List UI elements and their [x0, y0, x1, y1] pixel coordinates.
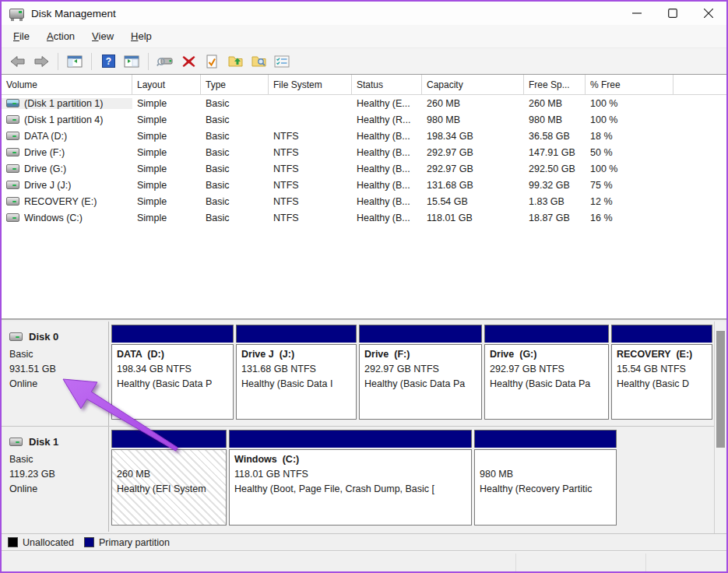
- column-header[interactable]: Volume: [2, 75, 132, 94]
- disk-info[interactable]: Disk 1 Basic 119.23 GB Online: [2, 427, 109, 532]
- rescan-disks-button[interactable]: [155, 52, 175, 71]
- minimize-button[interactable]: [619, 2, 655, 25]
- close-button[interactable]: [691, 2, 726, 25]
- volume-icon: [6, 148, 19, 156]
- partition-block[interactable]: Drive J (J:) 131.68 GB NTFS Healthy (Bas…: [236, 325, 357, 420]
- partition-block[interactable]: 260 MB Healthy (EFI System: [111, 430, 227, 526]
- scrollbar-thumb[interactable]: [716, 331, 725, 448]
- volume-row[interactable]: DATA (D:) Simple Basic NTFS Healthy (B..…: [2, 128, 726, 144]
- partition-color-bar: [111, 325, 234, 343]
- disk-info[interactable]: Disk 0 Basic 931.51 GB Online: [2, 322, 109, 426]
- volume-row[interactable]: (Disk 1 partition 4) Simple Basic Health…: [2, 111, 726, 128]
- graphical-view-pane: Disk 0 Basic 931.51 GB Online DATA (D:) …: [2, 322, 726, 533]
- volume-row[interactable]: RECOVERY (E:) Simple Basic NTFS Healthy …: [2, 193, 726, 209]
- status-bar-separator: [645, 554, 646, 571]
- disk-management-window: Disk Management File Action View Help: [0, 0, 728, 573]
- partition-color-bar: [229, 430, 472, 448]
- partition-title: [117, 452, 221, 467]
- volume-list-body: (Disk 1 partition 1) Simple Basic Health…: [2, 95, 726, 226]
- maximize-button[interactable]: [655, 2, 691, 25]
- partition-color-bar: [611, 325, 712, 343]
- mark-partition-button[interactable]: [202, 52, 222, 71]
- partition-size: 198.34 GB NTFS: [117, 362, 228, 377]
- legend-item: Unallocated: [8, 537, 74, 548]
- column-header[interactable]: Status: [352, 75, 422, 94]
- volume-row[interactable]: (Disk 1 partition 1) Simple Basic Health…: [2, 95, 726, 111]
- title-bar: Disk Management: [2, 2, 726, 25]
- properties-button[interactable]: [272, 52, 292, 71]
- volume-icon: [6, 181, 19, 189]
- volume-row[interactable]: Drive (G:) Simple Basic NTFS Healthy (B.…: [2, 160, 726, 177]
- partition-block[interactable]: RECOVERY (E:) 15.54 GB NTFS Healthy (Bas…: [611, 325, 712, 420]
- partition-color-bar: [359, 325, 482, 343]
- column-header[interactable]: % Free: [586, 75, 673, 94]
- show-action-pane-button[interactable]: [121, 52, 142, 71]
- vertical-scrollbar[interactable]: [715, 322, 726, 533]
- column-header[interactable]: Layout: [132, 75, 201, 94]
- partition-title: RECOVERY (E:): [617, 347, 707, 362]
- menu-item-file[interactable]: File: [5, 27, 38, 45]
- disk-status: Online: [9, 483, 102, 494]
- volume-icon: [6, 213, 19, 222]
- partition-size: 260 MB: [117, 467, 221, 482]
- back-button[interactable]: [8, 52, 28, 71]
- volume-icon: [6, 115, 19, 124]
- volume-icon: [6, 99, 19, 107]
- partition-block[interactable]: Drive (G:) 292.97 GB NTFS Healthy (Basic…: [484, 325, 609, 420]
- partition-size: 118.01 GB NTFS: [234, 467, 466, 482]
- partition-size: 15.54 GB NTFS: [617, 362, 707, 377]
- legend-bar: Unallocated Primary partition: [2, 533, 726, 550]
- partition-title: Drive (F:): [364, 347, 477, 362]
- partition-status: Healthy (Boot, Page File, Crash Dump, Ba…: [234, 482, 466, 497]
- show-console-tree-button[interactable]: [65, 52, 85, 71]
- volume-row[interactable]: Drive (F:) Simple Basic NTFS Healthy (B.…: [2, 144, 726, 160]
- menu-item-action[interactable]: Action: [38, 27, 83, 45]
- partition-block[interactable]: Drive (F:) 292.97 GB NTFS Healthy (Basic…: [359, 325, 482, 420]
- column-header[interactable]: [673, 75, 726, 94]
- partition-block[interactable]: Windows (C:) 118.01 GB NTFS Healthy (Boo…: [229, 430, 472, 526]
- disk-row: Disk 1 Basic 119.23 GB Online 260 MB Hea…: [2, 427, 714, 532]
- partition-color-bar: [474, 430, 617, 448]
- explore-button[interactable]: [248, 52, 269, 71]
- partition-status: Healthy (EFI System: [117, 482, 221, 497]
- partition-block[interactable]: DATA (D:) 198.34 GB NTFS Healthy (Basic …: [111, 325, 234, 420]
- disk-name: Disk 1: [29, 436, 58, 448]
- toolbar-separator: [58, 53, 58, 70]
- volume-list: Volume Layout Type File System Status Ca…: [2, 74, 726, 319]
- toolbar-separator: [91, 53, 92, 70]
- disk-type: Basic: [9, 349, 102, 360]
- partition-title: Drive J (J:): [241, 347, 351, 362]
- column-header[interactable]: Free Sp...: [524, 75, 586, 94]
- disk-icon: [9, 332, 23, 341]
- partition-title: Drive (G:): [490, 347, 603, 362]
- volume-row[interactable]: Drive J (J:) Simple Basic NTFS Healthy (…: [2, 177, 726, 193]
- app-disk-icon: [9, 9, 24, 19]
- partition-block[interactable]: 980 MB Healthy (Recovery Partitic: [474, 430, 617, 526]
- legend-swatch: [84, 537, 94, 547]
- volume-row[interactable]: Windows (C:) Simple Basic NTFS Healthy (…: [2, 209, 726, 226]
- menu-item-view[interactable]: View: [83, 27, 122, 45]
- disk-type: Basic: [9, 454, 102, 465]
- partition-size: 131.68 GB NTFS: [241, 362, 351, 377]
- disk-row: Disk 0 Basic 931.51 GB Online DATA (D:) …: [2, 322, 714, 427]
- column-header[interactable]: File System: [269, 75, 352, 94]
- volume-icon: [6, 164, 19, 173]
- column-header[interactable]: Type: [201, 75, 269, 94]
- volume-icon: [6, 132, 19, 140]
- legend-item: Primary partition: [84, 537, 170, 548]
- forward-button[interactable]: [31, 52, 51, 71]
- folder-up-button[interactable]: [225, 52, 245, 71]
- column-header[interactable]: Capacity: [422, 75, 524, 94]
- partition-status: Healthy (Basic Data P: [117, 377, 228, 392]
- menu-bar: File Action View Help: [2, 25, 726, 48]
- legend-swatch: [8, 537, 18, 547]
- partition-color-bar: [111, 430, 227, 448]
- menu-item-help[interactable]: Help: [122, 27, 160, 45]
- partition-status: Healthy (Recovery Partitic: [480, 482, 611, 497]
- delete-volume-button[interactable]: [178, 52, 199, 71]
- help-button[interactable]: ?: [98, 52, 118, 71]
- disk-icon: [9, 438, 23, 446]
- toolbar: ?: [2, 48, 726, 74]
- partition-status: Healthy (Basic Data Pa: [490, 377, 603, 392]
- partitions-strip: DATA (D:) 198.34 GB NTFS Healthy (Basic …: [109, 322, 715, 426]
